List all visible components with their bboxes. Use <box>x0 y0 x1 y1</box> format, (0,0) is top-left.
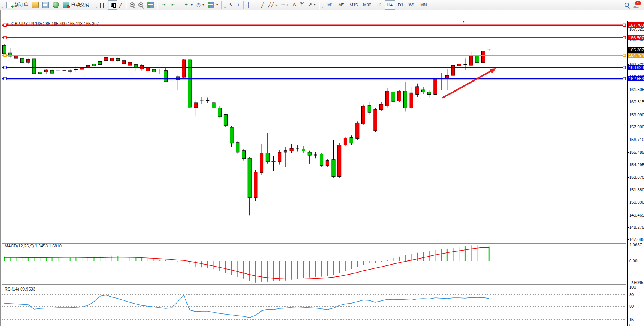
timeframe-h4-button[interactable]: H4 <box>385 0 395 10</box>
candle <box>110 57 114 63</box>
chart-shift-button[interactable]: ⇤ <box>169 0 178 10</box>
mt4-terminal: { "toolbar": { "new_order": "新订单", "auto… <box>0 0 644 326</box>
equidistant-channel-button[interactable]: ╱╱E <box>266 0 279 10</box>
price-badge-164.794: 164.794 <box>628 53 644 58</box>
trendline-icon: ╱ <box>261 2 264 7</box>
resistance-line-upper-handle[interactable] <box>4 24 6 26</box>
orange-level-line-handle[interactable] <box>623 54 626 57</box>
candle <box>422 87 425 94</box>
toolbar-grip[interactable] <box>224 2 226 8</box>
price-tick-label: 159.090 <box>629 112 644 117</box>
auto-scroll-button[interactable]: ⇥ <box>159 0 169 10</box>
candle <box>362 105 365 125</box>
macd-panel[interactable] <box>2 243 626 284</box>
rsi-value: 69.9533 <box>20 287 35 291</box>
candle <box>194 100 198 116</box>
resistance-line-upper-handle[interactable] <box>623 24 626 26</box>
indicators-icon: + <box>183 2 189 7</box>
timeframe-w1-button[interactable]: W1 <box>406 0 418 10</box>
price-tick-label: 153.070 <box>629 175 644 180</box>
macd-axis-label: 2.0667 <box>629 242 642 247</box>
toolbar-grip[interactable] <box>322 2 323 8</box>
candle <box>260 144 263 175</box>
main-chart[interactable] <box>2 21 626 242</box>
candle <box>302 146 305 153</box>
candle <box>104 56 108 62</box>
text-label-button[interactable]: T <box>298 0 306 10</box>
candle <box>416 84 419 97</box>
navigator-button[interactable] <box>51 0 61 10</box>
macd-label: MACD(12,26,9) 1.8453 1.6810 <box>5 244 62 248</box>
support-line-upper-handle[interactable] <box>4 66 6 69</box>
support-line-upper-handle[interactable] <box>623 66 626 69</box>
horizontal-line-button[interactable]: ─ <box>252 0 259 10</box>
candle <box>320 153 323 167</box>
toolbar-grip[interactable] <box>96 2 97 8</box>
text-button[interactable]: A <box>291 0 298 10</box>
crosshair-button[interactable]: + <box>235 0 242 10</box>
arrows-icon: ↗ <box>308 2 312 7</box>
price-badge-163.628: 163.628 <box>628 65 644 70</box>
timeframe-m15-button[interactable]: M15 <box>347 0 360 10</box>
zoom-out-icon: − <box>138 2 143 7</box>
rsi-panel[interactable] <box>2 286 626 326</box>
candle <box>469 52 473 66</box>
fibonacci-button[interactable]: ☰F <box>279 0 291 10</box>
timeframe-m1-button[interactable]: M1 <box>324 0 336 10</box>
timeframe-h1-button[interactable]: H1 <box>374 0 385 10</box>
text-label-icon: T <box>300 2 304 7</box>
templates-button[interactable]: ▾ <box>206 0 220 10</box>
toolbar-separator <box>126 1 126 9</box>
toolbar-grip[interactable] <box>2 2 3 8</box>
auto-scroll-icon: ⇥ <box>161 2 167 7</box>
timeframe-m30-button[interactable]: M30 <box>360 0 374 10</box>
zoom-out-button[interactable]: − <box>137 0 145 10</box>
notifications-button[interactable]: 1 <box>631 0 641 10</box>
timeframe-mn-button[interactable]: MN <box>418 0 429 10</box>
resistance-line-lower-handle[interactable] <box>4 36 6 39</box>
trend-arrow-line[interactable] <box>442 71 491 98</box>
tile-windows-button[interactable] <box>145 0 156 10</box>
timeframe-m5-button[interactable]: M5 <box>336 0 347 10</box>
search-button[interactable] <box>623 0 631 10</box>
arrows-button[interactable]: ↗▾ <box>306 0 317 10</box>
support-line-lower-handle[interactable] <box>623 77 626 80</box>
autotrading-button[interactable]: 自动交易 <box>61 0 91 10</box>
orange-level-line-handle[interactable] <box>4 54 6 57</box>
rsi-axis-label: 15 <box>629 317 634 322</box>
candle <box>350 135 353 145</box>
data-window-icon <box>42 2 49 8</box>
indicators-button[interactable]: +▾ <box>181 0 194 10</box>
candle <box>26 58 30 64</box>
new-order-button[interactable]: 新订单 <box>5 0 30 10</box>
periods-button[interactable]: ◷▾ <box>194 0 206 10</box>
cursor-button[interactable]: ↖ <box>227 0 235 10</box>
trendline-button[interactable]: ╱ <box>259 0 266 10</box>
candle <box>278 150 281 164</box>
data-window-button[interactable] <box>40 0 51 10</box>
chevron-down-icon: ▾ <box>314 3 315 6</box>
crosshair-icon: + <box>237 2 240 7</box>
profile-button[interactable] <box>30 0 40 10</box>
resistance-line-lower-handle[interactable] <box>623 36 626 39</box>
rsi-axis-label: 100 <box>629 285 636 289</box>
price-tick-label: 156.710 <box>629 137 644 142</box>
price-tick-label: 154.295 <box>629 162 644 167</box>
bar-chart-button[interactable] <box>98 0 108 10</box>
candle <box>427 90 431 98</box>
price-badge-167.700: 167.700 <box>628 22 644 28</box>
line-chart-button[interactable]: ╱ <box>117 0 124 10</box>
timeframe-d1-button[interactable]: D1 <box>395 0 406 10</box>
candle <box>176 75 180 90</box>
zoom-in-button[interactable]: + <box>128 0 137 10</box>
candlestick-chart-button[interactable] <box>108 0 117 10</box>
candle <box>338 143 341 178</box>
chart-shift-marker-icon[interactable]: ▼ <box>462 20 465 24</box>
vertical-line-button[interactable]: │ <box>245 0 252 10</box>
price-axis[interactable]: 167.325166.300165.110163.920162.730161.5… <box>627 21 644 326</box>
candle <box>308 151 311 164</box>
support-line-lower-handle[interactable] <box>4 77 6 80</box>
toolbar-separator <box>157 1 157 9</box>
new-order-label: 新订单 <box>14 2 28 8</box>
candle <box>344 137 347 146</box>
